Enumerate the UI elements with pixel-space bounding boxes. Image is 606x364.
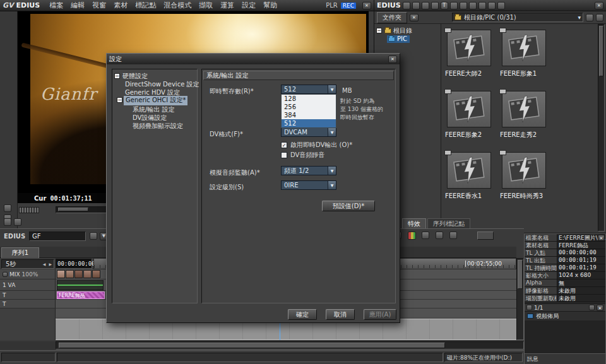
menu-item-view[interactable]: 視窗 — [92, 1, 106, 10]
current-timecode-field[interactable]: 00:00:00;00 — [56, 259, 92, 269]
search-icon[interactable] — [412, 2, 420, 9]
audio-monitor-combo[interactable]: 頻道 1/2 ▼ — [281, 166, 336, 175]
add-folder-icon[interactable] — [431, 2, 439, 9]
close-folder-pane-icon[interactable]: ✕ — [410, 14, 419, 21]
buffer-option[interactable]: 128 — [282, 95, 336, 103]
tree-collapse-icon[interactable]: − — [376, 28, 382, 33]
timescale-control[interactable]: 5秒 ◀ ▶ — [1, 259, 54, 269]
layout-icon[interactable] — [449, 232, 457, 239]
waveform-icon[interactable] — [422, 232, 429, 239]
tree-collapse-icon[interactable]: − — [114, 73, 120, 79]
tree-item-overlay-display[interactable]: 視頻疊加顯示設定 — [133, 122, 183, 131]
up-folder-icon[interactable] — [586, 14, 593, 21]
bin-item[interactable]: FEERE走秀2 — [497, 86, 552, 148]
delete-icon[interactable] — [488, 2, 496, 9]
buffer-option-selected[interactable]: 512 — [282, 119, 336, 127]
clip-video-thumbnails[interactable] — [57, 270, 101, 278]
stop-icon[interactable] — [14, 218, 21, 226]
timeline-hscrollbar[interactable] — [56, 341, 524, 349]
chevron-down-icon[interactable]: ▼ — [328, 181, 336, 189]
setup-level-combo[interactable]: 0IRE ▼ — [281, 180, 336, 190]
safe-area-icon[interactable] — [4, 204, 11, 212]
menu-item-mode[interactable]: 混合模式 — [163, 1, 191, 10]
scale-left-icon[interactable]: ◀ — [42, 262, 47, 266]
menu-item-render[interactable]: 運算 — [220, 1, 234, 10]
timeline-clip[interactable]: FERRE飾品 — [57, 291, 105, 299]
close-icon[interactable]: ✕ — [595, 2, 603, 9]
capture-icon[interactable] — [422, 2, 429, 9]
chevron-down-icon[interactable]: ▼ — [328, 167, 336, 175]
close-icon[interactable]: ✕ — [598, 235, 605, 241]
tree-item-dv-device[interactable]: DV設備設定 — [133, 114, 167, 122]
ok-button[interactable]: 確定 — [288, 309, 317, 320]
clip-audio-waveform[interactable] — [57, 280, 104, 290]
tree-item-generic-ohci[interactable]: Generic OHCI 設定* — [124, 96, 187, 105]
default-button[interactable]: 預設值(D)* — [322, 201, 375, 211]
scale-right-icon[interactable]: ▶ — [47, 262, 54, 266]
apply-button[interactable]: 應用(A) — [364, 309, 396, 320]
video-layout-item[interactable]: 視頻佈局 — [525, 312, 605, 320]
mixer-icon[interactable] — [408, 232, 416, 240]
pages-icon[interactable] — [526, 305, 532, 310]
menu-item-marker[interactable]: 標記點 — [135, 1, 156, 10]
bin-item[interactable]: FEERE形象1 — [497, 25, 552, 86]
import-icon[interactable] — [450, 2, 458, 9]
menu-item-capture[interactable]: 擷取 — [199, 1, 213, 10]
new-sequence-icon[interactable] — [90, 232, 97, 240]
menu-item-clip[interactable]: 素材 — [114, 1, 128, 10]
track-header-1va[interactable]: 1 VA — [0, 279, 56, 291]
dv-output-checkbox[interactable]: ✓ 啟用即時DV輸出 (O)* — [281, 141, 352, 150]
grid-snap-icon[interactable] — [436, 232, 443, 239]
timeline-vscrollbar-thumb[interactable] — [518, 260, 523, 289]
bin-scrollbar[interactable] — [598, 24, 605, 232]
position-slider-thumb[interactable] — [58, 208, 88, 211]
track-expand-icon[interactable] — [3, 272, 8, 277]
menu-item-file[interactable]: 檔案 — [49, 1, 63, 10]
tree-item-system-output[interactable]: 系統/輸出 設定 — [133, 105, 175, 114]
track-header-t2[interactable]: T — [0, 300, 56, 308]
bin-item[interactable]: FEERE時尚秀3 — [497, 148, 552, 209]
title-tool-icon[interactable]: T — [441, 2, 448, 9]
timeline-vscrollbar[interactable] — [516, 258, 524, 340]
paste-icon[interactable] — [478, 2, 486, 9]
tree-item-pic[interactable]: PIC — [387, 35, 410, 43]
tree-item-root[interactable]: 根目錄 — [384, 26, 412, 35]
close-icon[interactable]: ✕ — [362, 2, 371, 9]
view-mode-icon[interactable] — [497, 2, 505, 9]
tree-item-hardware[interactable]: 硬體設定 — [122, 72, 148, 81]
bin-item[interactable]: FEERE香水1 — [443, 148, 497, 209]
bin-scrollbar-thumb[interactable] — [599, 26, 603, 76]
checkbox-checked-icon[interactable]: ✓ — [281, 142, 287, 148]
cut-icon[interactable] — [460, 2, 467, 9]
chevron-down-icon[interactable]: ▼ — [578, 15, 581, 20]
copy-icon[interactable] — [469, 2, 477, 9]
tab-sequence-marks[interactable]: 序列標記點 — [427, 218, 470, 228]
new-bin-icon[interactable] — [403, 2, 410, 9]
chevron-down-icon[interactable]: ▼ — [328, 128, 336, 136]
close-icon[interactable]: ✕ — [388, 56, 397, 63]
tab-folder[interactable]: 文件夾 — [377, 12, 407, 23]
cancel-button[interactable]: 取消 — [326, 309, 355, 320]
sequence-name-field[interactable]: GF — [29, 232, 86, 241]
rec-mode-button[interactable]: REC — [341, 3, 356, 9]
buffer-option[interactable]: 384 — [282, 111, 336, 119]
menu-item-settings[interactable]: 設定 — [242, 1, 256, 10]
tab-effects[interactable]: 特效 — [402, 218, 426, 228]
list-view-icon[interactable] — [596, 14, 603, 21]
buffer-option[interactable]: 256 — [282, 103, 336, 111]
tab-sequence-1[interactable]: 序列1 — [1, 247, 39, 258]
pin-icon[interactable] — [589, 305, 595, 310]
dialog-title-bar[interactable]: 設定 ✕ — [107, 54, 400, 64]
tree-collapse-icon[interactable]: − — [117, 97, 122, 103]
shuttle-grip[interactable] — [19, 207, 39, 213]
track-header-t1[interactable]: T — [0, 291, 56, 300]
buffer-count-combo[interactable]: 512 ▼ — [281, 85, 336, 94]
track-header-mix[interactable]: MIX 100% — [0, 269, 56, 279]
bin-item[interactable]: FEERE形象2 — [443, 86, 497, 148]
checkbox-unchecked-icon[interactable] — [281, 152, 287, 158]
plr-mode-label[interactable]: PLR — [326, 2, 338, 9]
dv-mute-checkbox[interactable]: DV音頻靜音 — [281, 151, 324, 160]
dv-format-combo[interactable]: DVCAM ▼ — [281, 127, 336, 137]
close-icon[interactable]: ✕ — [597, 305, 603, 311]
bin-item[interactable]: FEERE大師2 — [443, 25, 497, 86]
